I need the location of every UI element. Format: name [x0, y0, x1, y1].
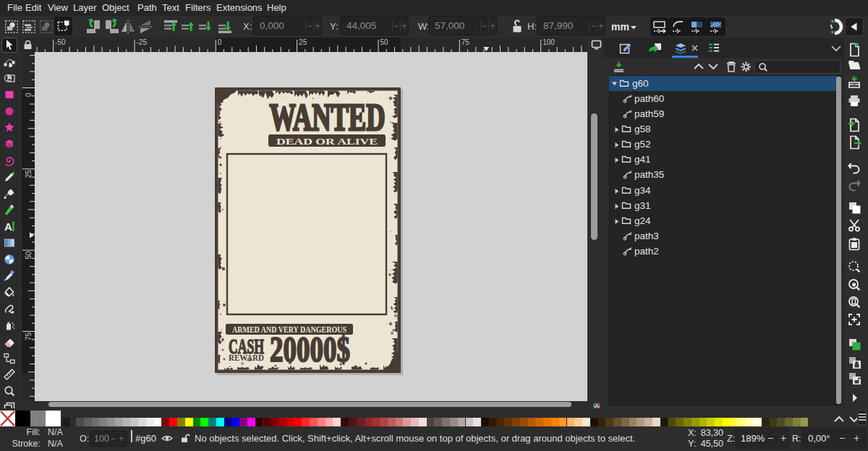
svg-text:25: 25: [25, 170, 33, 179]
svg-text:-25: -25: [137, 38, 148, 46]
svg-text:0: 0: [25, 93, 33, 97]
svg-text:REWARD: REWARD: [229, 353, 264, 363]
svg-text:100: 100: [542, 38, 555, 46]
svg-text:A: A: [4, 220, 12, 232]
svg-text:50: 50: [380, 38, 389, 46]
svg-text:25: 25: [299, 38, 307, 46]
svg-text:20000$: 20000$: [270, 329, 350, 369]
svg-text:75: 75: [25, 332, 33, 340]
svg-text:75: 75: [461, 38, 470, 46]
svg-text:WANTED: WANTED: [270, 97, 386, 138]
svg-text:DEAD OR ALIVE: DEAD OR ALIVE: [276, 136, 378, 147]
svg-text:-50: -50: [55, 38, 66, 46]
svg-text:50: 50: [25, 251, 33, 259]
svg-text:0: 0: [218, 38, 222, 46]
